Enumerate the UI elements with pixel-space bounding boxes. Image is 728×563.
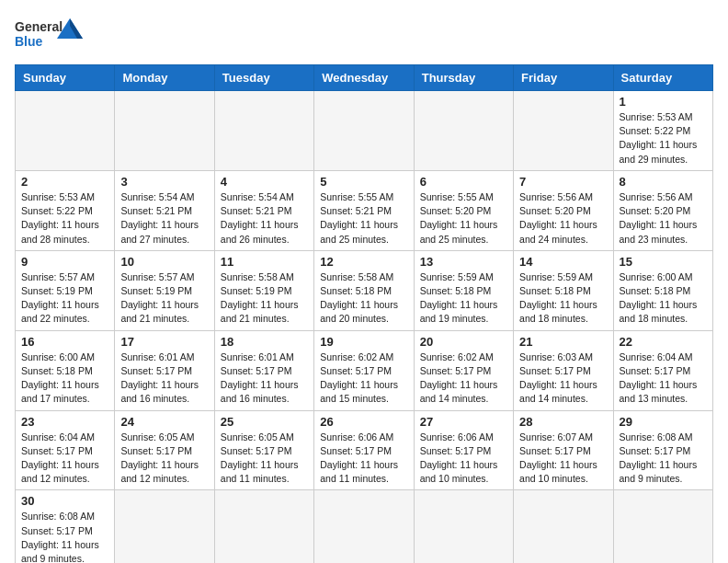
weekday-header-monday: Monday [115, 65, 214, 91]
cell-info: Sunrise: 5:55 AM Sunset: 5:20 PM Dayligh… [420, 190, 507, 247]
day-number: 14 [519, 255, 607, 269]
calendar-cell [16, 91, 115, 171]
calendar-cell [314, 91, 414, 171]
calendar-cell: 27Sunrise: 6:06 AM Sunset: 5:17 PM Dayli… [414, 410, 513, 490]
cell-info: Sunrise: 5:57 AM Sunset: 5:19 PM Dayligh… [21, 270, 108, 327]
weekday-header-tuesday: Tuesday [214, 65, 313, 91]
calendar-cell [214, 490, 313, 563]
calendar-cell: 22Sunrise: 6:04 AM Sunset: 5:17 PM Dayli… [613, 330, 712, 410]
calendar-cell: 12Sunrise: 5:58 AM Sunset: 5:18 PM Dayli… [314, 250, 414, 330]
calendar-cell [115, 91, 214, 171]
cell-info: Sunrise: 6:06 AM Sunset: 5:17 PM Dayligh… [320, 431, 407, 487]
calendar-cell: 20Sunrise: 6:02 AM Sunset: 5:17 PM Dayli… [414, 330, 513, 410]
cell-info: Sunrise: 5:53 AM Sunset: 5:22 PM Dayligh… [620, 110, 707, 167]
day-number: 29 [620, 415, 707, 429]
day-number: 18 [221, 335, 308, 349]
weekday-header-friday: Friday [514, 65, 613, 91]
header: General Blue [15, 15, 713, 55]
cell-info: Sunrise: 6:05 AM Sunset: 5:17 PM Dayligh… [221, 431, 308, 487]
week-row-1: 1Sunrise: 5:53 AM Sunset: 5:22 PM Daylig… [16, 91, 713, 171]
calendar-cell: 11Sunrise: 5:58 AM Sunset: 5:19 PM Dayli… [214, 250, 313, 330]
calendar-cell: 25Sunrise: 6:05 AM Sunset: 5:17 PM Dayli… [214, 410, 313, 490]
cell-info: Sunrise: 6:05 AM Sunset: 5:17 PM Dayligh… [120, 431, 208, 487]
calendar-cell: 28Sunrise: 6:07 AM Sunset: 5:17 PM Dayli… [514, 410, 613, 490]
day-number: 11 [221, 255, 308, 269]
cell-info: Sunrise: 5:57 AM Sunset: 5:19 PM Dayligh… [120, 270, 208, 327]
cell-info: Sunrise: 5:58 AM Sunset: 5:18 PM Dayligh… [320, 270, 407, 327]
logo: General Blue [15, 15, 88, 55]
day-number: 8 [620, 175, 707, 189]
day-number: 21 [519, 335, 607, 349]
day-number: 26 [320, 415, 407, 429]
calendar-cell: 8Sunrise: 5:56 AM Sunset: 5:20 PM Daylig… [613, 170, 712, 250]
day-number: 2 [21, 175, 108, 189]
calendar-cell [414, 490, 513, 563]
cell-info: Sunrise: 5:58 AM Sunset: 5:19 PM Dayligh… [221, 270, 308, 327]
calendar-cell: 14Sunrise: 5:59 AM Sunset: 5:18 PM Dayli… [514, 250, 613, 330]
calendar-cell: 16Sunrise: 6:00 AM Sunset: 5:18 PM Dayli… [16, 330, 115, 410]
calendar-cell: 18Sunrise: 6:01 AM Sunset: 5:17 PM Dayli… [214, 330, 313, 410]
calendar-cell: 23Sunrise: 6:04 AM Sunset: 5:17 PM Dayli… [16, 410, 115, 490]
calendar-cell: 3Sunrise: 5:54 AM Sunset: 5:21 PM Daylig… [115, 170, 214, 250]
logo-svg: General Blue [15, 15, 88, 55]
cell-info: Sunrise: 5:53 AM Sunset: 5:22 PM Dayligh… [21, 190, 108, 247]
cell-info: Sunrise: 5:59 AM Sunset: 5:18 PM Dayligh… [420, 270, 507, 327]
weekday-header-wednesday: Wednesday [314, 65, 414, 91]
week-row-2: 2Sunrise: 5:53 AM Sunset: 5:22 PM Daylig… [16, 170, 713, 250]
cell-info: Sunrise: 6:08 AM Sunset: 5:17 PM Dayligh… [21, 510, 108, 563]
cell-info: Sunrise: 5:56 AM Sunset: 5:20 PM Dayligh… [519, 190, 607, 247]
day-number: 6 [420, 175, 507, 189]
svg-text:General: General [15, 19, 63, 34]
day-number: 19 [320, 335, 407, 349]
day-number: 16 [21, 335, 108, 349]
calendar-cell [414, 91, 513, 171]
day-number: 23 [21, 415, 108, 429]
cell-info: Sunrise: 6:07 AM Sunset: 5:17 PM Dayligh… [519, 431, 607, 487]
calendar-cell: 24Sunrise: 6:05 AM Sunset: 5:17 PM Dayli… [115, 410, 214, 490]
calendar-cell [115, 490, 214, 563]
calendar-cell: 7Sunrise: 5:56 AM Sunset: 5:20 PM Daylig… [514, 170, 613, 250]
day-number: 10 [120, 255, 208, 269]
day-number: 24 [120, 415, 208, 429]
cell-info: Sunrise: 5:59 AM Sunset: 5:18 PM Dayligh… [519, 270, 607, 327]
day-number: 9 [21, 255, 108, 269]
calendar-cell: 10Sunrise: 5:57 AM Sunset: 5:19 PM Dayli… [115, 250, 214, 330]
cell-info: Sunrise: 6:02 AM Sunset: 5:17 PM Dayligh… [420, 350, 507, 407]
day-number: 15 [620, 255, 707, 269]
cell-info: Sunrise: 6:00 AM Sunset: 5:18 PM Dayligh… [21, 350, 108, 407]
calendar-cell [314, 490, 414, 563]
weekday-header-thursday: Thursday [414, 65, 513, 91]
weekday-header-saturday: Saturday [613, 65, 712, 91]
calendar-cell: 29Sunrise: 6:08 AM Sunset: 5:17 PM Dayli… [613, 410, 712, 490]
cell-info: Sunrise: 6:01 AM Sunset: 5:17 PM Dayligh… [221, 350, 308, 407]
calendar-cell: 6Sunrise: 5:55 AM Sunset: 5:20 PM Daylig… [414, 170, 513, 250]
calendar-cell: 1Sunrise: 5:53 AM Sunset: 5:22 PM Daylig… [613, 91, 712, 171]
calendar-cell: 9Sunrise: 5:57 AM Sunset: 5:19 PM Daylig… [16, 250, 115, 330]
cell-info: Sunrise: 5:55 AM Sunset: 5:21 PM Dayligh… [320, 190, 407, 247]
calendar-cell [514, 490, 613, 563]
day-number: 17 [120, 335, 208, 349]
day-number: 12 [320, 255, 407, 269]
calendar-cell: 26Sunrise: 6:06 AM Sunset: 5:17 PM Dayli… [314, 410, 414, 490]
day-number: 30 [21, 494, 108, 508]
day-number: 20 [420, 335, 507, 349]
cell-info: Sunrise: 6:08 AM Sunset: 5:17 PM Dayligh… [620, 431, 707, 487]
calendar-cell: 30Sunrise: 6:08 AM Sunset: 5:17 PM Dayli… [16, 490, 115, 563]
week-row-6: 30Sunrise: 6:08 AM Sunset: 5:17 PM Dayli… [16, 490, 713, 563]
day-number: 13 [420, 255, 507, 269]
day-number: 4 [221, 175, 308, 189]
cell-info: Sunrise: 6:04 AM Sunset: 5:17 PM Dayligh… [620, 350, 707, 407]
calendar-cell: 2Sunrise: 5:53 AM Sunset: 5:22 PM Daylig… [16, 170, 115, 250]
cell-info: Sunrise: 5:54 AM Sunset: 5:21 PM Dayligh… [221, 190, 308, 247]
calendar-cell: 19Sunrise: 6:02 AM Sunset: 5:17 PM Dayli… [314, 330, 414, 410]
calendar-cell [214, 91, 313, 171]
calendar-cell: 13Sunrise: 5:59 AM Sunset: 5:18 PM Dayli… [414, 250, 513, 330]
day-number: 28 [519, 415, 607, 429]
day-number: 5 [320, 175, 407, 189]
calendar: SundayMondayTuesdayWednesdayThursdayFrid… [15, 64, 713, 563]
calendar-cell: 4Sunrise: 5:54 AM Sunset: 5:21 PM Daylig… [214, 170, 313, 250]
day-number: 25 [221, 415, 308, 429]
week-row-3: 9Sunrise: 5:57 AM Sunset: 5:19 PM Daylig… [16, 250, 713, 330]
calendar-cell: 15Sunrise: 6:00 AM Sunset: 5:18 PM Dayli… [613, 250, 712, 330]
cell-info: Sunrise: 6:00 AM Sunset: 5:18 PM Dayligh… [620, 270, 707, 327]
